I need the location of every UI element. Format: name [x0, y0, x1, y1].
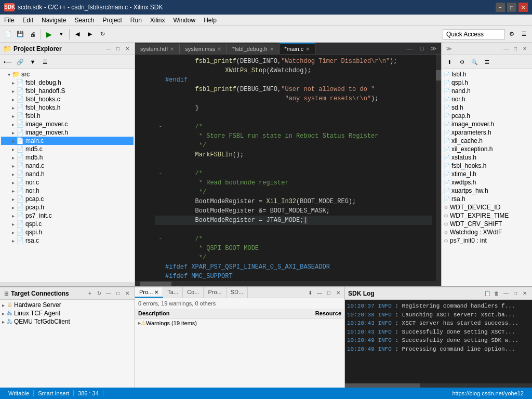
right-tree-xil-exception-h[interactable]: 📄xil_exception.h	[443, 145, 531, 153]
tree-item-src[interactable]: ▾ 📁 src	[1, 70, 134, 78]
right-tree-fsbl-hooks-h[interactable]: 📄fsbl_hooks.h	[443, 162, 531, 170]
editor-hscrollbar[interactable]	[135, 281, 441, 286]
tab-close-system-mss[interactable]: ✕	[217, 46, 221, 52]
minimize-button[interactable]: −	[496, 3, 505, 12]
tab-system-mss[interactable]: system.mss ✕	[180, 44, 227, 54]
tree-item-pcap-c[interactable]: ▸ 📄 pcap.c	[1, 195, 134, 203]
maximize-panel-btn[interactable]: □	[114, 45, 122, 53]
menu-help[interactable]: Help	[200, 16, 221, 25]
tree-item-image-mover-c[interactable]: ▸ 📄 image_mover.c	[1, 120, 134, 128]
window-controls[interactable]: − □ ✕	[496, 3, 528, 12]
editor-scroll-area[interactable]: - fsbl_printf(DEBUG_INFO,"Watchdog Timer…	[135, 55, 441, 281]
right-panel-btn-2[interactable]: ⚙	[456, 56, 468, 68]
right-tree-sd-h[interactable]: 📄sd.h	[443, 103, 531, 112]
editor-min-btn[interactable]: —	[404, 43, 415, 54]
tc-qemu[interactable]: ▸ 🖧 QEMU TcfGdbClient	[1, 317, 134, 326]
sdk-log-max-btn[interactable]: □	[511, 289, 520, 298]
sdk-tab-2[interactable]: SD...	[227, 287, 248, 298]
filter-btn[interactable]: ▼	[27, 56, 38, 68]
right-tree-watchdog[interactable]: ⚙Watchdog : XWdtF	[443, 228, 531, 236]
right-tree-xparameters-h[interactable]: 📄xparameters.h	[443, 128, 531, 137]
menu-project[interactable]: Project	[98, 16, 126, 25]
menu-file[interactable]: File	[0, 16, 18, 25]
close-button[interactable]: ✕	[518, 3, 528, 12]
right-tree-fsbl-h[interactable]: 📄fsbl.h	[443, 70, 531, 78]
menu-search[interactable]: Search	[70, 16, 98, 25]
sdk-log-close-btn[interactable]: ✕	[521, 289, 529, 298]
properties-tab[interactable]: Pro...	[204, 287, 226, 298]
menu-run[interactable]: Run	[126, 16, 146, 25]
problems-panel-min[interactable]: —	[315, 288, 324, 297]
problems-panel-max[interactable]: □	[325, 288, 333, 297]
tc-panel-btn-2[interactable]: ↻	[95, 289, 103, 298]
tasks-tab[interactable]: Ta...	[163, 287, 183, 298]
right-panel-tab-btn[interactable]: ≫	[445, 45, 453, 53]
right-tree-xwdtps-h[interactable]: 📄xwdtps.h	[443, 178, 531, 187]
tree-item-nor-c[interactable]: ▸ 📄 nor.c	[1, 178, 134, 187]
right-panel-min-btn[interactable]: —	[502, 45, 510, 53]
sdk-log-hscrollbar-thumb[interactable]	[345, 383, 420, 388]
maximize-button[interactable]: □	[507, 3, 516, 12]
right-tree-xil-cache-h[interactable]: 📄xil_cache.h	[443, 137, 531, 145]
editor-vscrollbar[interactable]	[436, 55, 441, 281]
right-tree-rsa-h[interactable]: 📄rsa.h	[443, 195, 531, 203]
right-tree-nand-h[interactable]: 📄nand.h	[443, 87, 531, 95]
tab-close-main-c[interactable]: ✕	[305, 46, 310, 52]
tree-item-ps7-init-c[interactable]: ▸ 📄 ps7_init.c	[1, 211, 134, 220]
refresh-button[interactable]: ↻	[97, 29, 108, 40]
forward-button[interactable]: ▶	[84, 29, 96, 40]
right-panel-max-btn[interactable]: □	[511, 45, 520, 53]
right-panel-btn-3[interactable]: 🔍	[469, 56, 480, 68]
tab-main-c[interactable]: *main.c ✕	[280, 43, 316, 54]
right-panel-btn-1[interactable]: ⬆	[444, 56, 455, 68]
save-button[interactable]: 💾	[15, 29, 26, 40]
right-tree-nor-h[interactable]: 📄nor.h	[443, 95, 531, 103]
editor-more-btn[interactable]: ≫	[429, 45, 439, 52]
editor-max-btn[interactable]: □	[416, 43, 428, 54]
tree-item-nand-h[interactable]: ▸ 📄 nand.h	[1, 170, 134, 178]
right-panel-close-btn[interactable]: ✕	[521, 45, 529, 53]
sdk-log-clear-btn[interactable]: 🗑	[493, 289, 501, 298]
minimize-panel-btn[interactable]: —	[104, 45, 113, 53]
tree-item-qspi-c[interactable]: ▸ 📄 qspi.c	[1, 220, 134, 228]
right-tree-image-mover-h[interactable]: 📄image_mover.h	[443, 120, 531, 128]
project-explorer-scrollbar[interactable]	[0, 282, 135, 286]
right-tree-wdt-crv-shift[interactable]: ⚙WDT_CRV_SHIFT	[443, 220, 531, 228]
tree-item-nor-h[interactable]: ▸ 📄 nor.h	[1, 187, 134, 195]
tree-item-md5-c[interactable]: ▸ 📄 md5.c	[1, 145, 134, 153]
collapse-all-btn[interactable]: ⟵	[2, 56, 14, 68]
tree-item-fsbl-debug-h[interactable]: ▸ 📄 fsbl_debug.h	[1, 78, 134, 87]
tc-panel-close-btn[interactable]: ✕	[123, 289, 131, 298]
tree-item-pcap-h[interactable]: ▸ 📄 pcap.h	[1, 203, 134, 211]
tree-item-main-c[interactable]: ▸ 📄 main.c	[1, 137, 134, 145]
sdk-log-hscrollbar[interactable]	[345, 383, 532, 388]
quick-access-input[interactable]: Quick Access	[443, 29, 505, 39]
tab-system-hdf[interactable]: system.hdf ✕	[135, 44, 180, 54]
menu-xilinx[interactable]: Xilinx	[146, 16, 169, 25]
run-dropdown[interactable]: ▾	[56, 29, 67, 40]
tree-item-md5-h[interactable]: ▸ 📄 md5.h	[1, 153, 134, 162]
tc-panel-max-btn[interactable]: □	[114, 289, 122, 298]
right-tree-qspi-h[interactable]: 📄qspi.h	[443, 78, 531, 87]
tree-item-fsbl-hooks-c[interactable]: ▸ 📄 fsbl_hooks.c	[1, 95, 134, 103]
warnings-row[interactable]: ▸ ⚠ Warnings (19 items)	[135, 318, 344, 327]
link-editor-btn[interactable]: 🔗	[15, 56, 26, 68]
sdk-log-copy-btn[interactable]: 📋	[483, 289, 491, 298]
sdk-log-min-btn[interactable]: —	[502, 289, 510, 298]
toolbar-settings-button[interactable]: ⚙	[506, 29, 517, 40]
close-panel-btn[interactable]: ✕	[123, 45, 131, 53]
right-panel-controls[interactable]: ≫	[445, 45, 453, 53]
menu-edit[interactable]: Edit	[18, 16, 37, 25]
problems-panel-close[interactable]: ✕	[334, 288, 342, 297]
tree-item-fsbl-hooks-h[interactable]: ▸ 📄 fsbl_hooks.h	[1, 103, 134, 112]
menu-navigate[interactable]: Navigate	[37, 16, 70, 25]
right-tree-ps7-init0[interactable]: ⚙ps7_init0 : int	[443, 236, 531, 245]
tree-item-nand-c[interactable]: ▸ 📄 nand.c	[1, 162, 134, 170]
right-tree-wdt-device-id[interactable]: ⚙WDT_DEVICE_ID	[443, 203, 531, 211]
right-panel-btn-4[interactable]: ☰	[481, 56, 493, 68]
right-tree-xtime-l-h[interactable]: 📄xtime_l.h	[443, 170, 531, 178]
editor-hscrollbar-thumb[interactable]	[140, 282, 171, 286]
tc-panel-min-btn[interactable]: —	[104, 289, 113, 298]
panel-controls[interactable]: — □ ✕	[104, 45, 131, 53]
right-tree-wdt-expire-time[interactable]: ⚙WDT_EXPIRE_TIME	[443, 211, 531, 220]
